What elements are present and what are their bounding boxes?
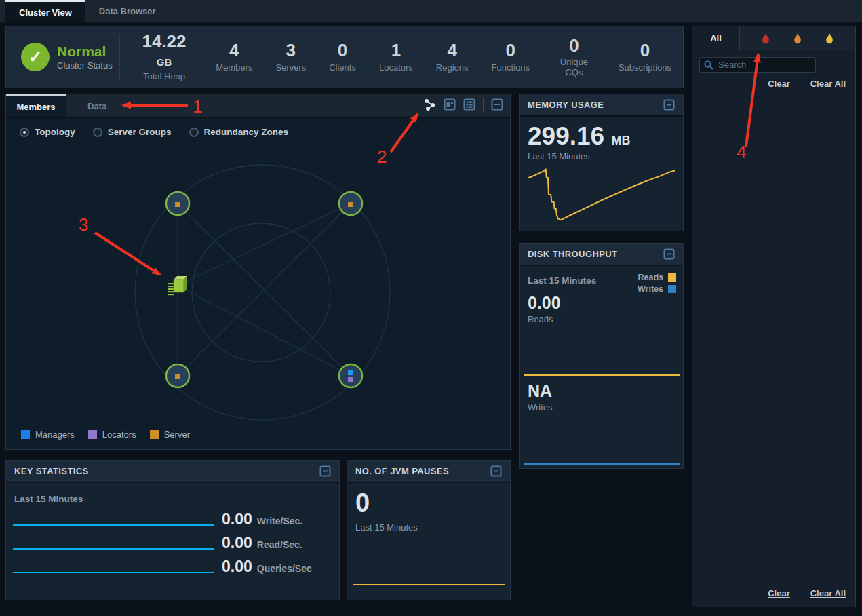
key-statistics-title: KEY STATISTICS: [14, 466, 89, 476]
topology-legend: Managers Locators Server: [21, 429, 190, 440]
topology-graph[interactable]: [6, 118, 511, 427]
locators-swatch: [88, 430, 97, 439]
server-swatch: [150, 430, 159, 439]
stat-locators: 1 Locators: [368, 41, 425, 72]
collapse-members-panel-icon[interactable]: [491, 98, 503, 113]
jvm-pauses-widget: NO. OF JVM PAUSES 0 Last 15 Minutes: [347, 460, 511, 600]
app-tab-bar: Cluster View Data Browser: [0, 0, 862, 22]
memory-sparkline: [529, 169, 675, 220]
stat-subscriptions: 0 Subscriptions: [607, 41, 683, 72]
alerts-clear-links-top: Clear Clear All: [702, 79, 846, 89]
members-panel-tabbar: Members Data: [6, 94, 510, 118]
disk-reads-line-chart: [524, 374, 680, 376]
cluster-status-header: ✓ Normal Cluster Status 14.22 GB Total H…: [5, 26, 684, 88]
topology-edge: [178, 204, 351, 286]
legend-locators: Locators: [88, 429, 136, 440]
disk-writes-value: NA: [528, 383, 553, 400]
member-node[interactable]: [339, 364, 362, 387]
member-role-square: [348, 377, 353, 382]
toolbar-separator: [483, 98, 484, 113]
disk-throughput-title: DISK THROUGHPUT: [528, 249, 617, 259]
cluster-status-value: Normal: [57, 43, 113, 59]
stat-regions: 4 Regions: [425, 41, 480, 72]
severe-flame-icon[interactable]: [761, 33, 770, 44]
clear-all-link[interactable]: Clear All: [810, 588, 846, 598]
alerts-clear-links-bottom: Clear Clear All: [692, 588, 846, 598]
disk-legend: Reads Writes: [638, 273, 676, 296]
collapse-disk-icon[interactable]: [663, 248, 675, 260]
host-machine-icon[interactable]: [168, 276, 187, 295]
query-rate: 0.00 Queries/Sec: [222, 558, 312, 576]
alerts-tabbar: All: [692, 26, 855, 50]
member-role-square: [348, 370, 353, 375]
legend-server: Server: [150, 429, 190, 440]
alerts-sidebar: All: [692, 26, 856, 607]
members-panel: Members Data: [5, 94, 511, 450]
stat-members: 4 Members: [204, 41, 264, 72]
stat-servers: 3 Servers: [264, 41, 317, 72]
managers-swatch: [21, 430, 30, 439]
memory-usage-widget: MEMORY USAGE 299.16 MB Last 15 Minutes: [519, 94, 684, 231]
member-role-square: [175, 202, 180, 207]
disk-reads-value: 0.00: [528, 294, 561, 311]
tab-cluster-view[interactable]: Cluster View: [5, 0, 85, 22]
stat-label: Total Heap: [136, 71, 193, 81]
memory-unit: MB: [611, 134, 630, 147]
header-divider: [119, 34, 120, 80]
disk-subtitle: Last 15 Minutes: [528, 275, 596, 286]
search-icon: [703, 60, 714, 73]
disk-writes-block: NA Writes: [528, 383, 553, 412]
queries-line-chart: [13, 572, 214, 573]
memory-subtitle: Last 15 Minutes: [528, 151, 675, 161]
clear-link[interactable]: Clear: [768, 588, 790, 598]
reads-line-chart: [13, 548, 214, 550]
cluster-status-block: ✓ Normal Cluster Status: [6, 43, 119, 71]
reads-swatch: [668, 273, 676, 282]
member-role-square: [348, 202, 353, 207]
disk-reads-block: 0.00 Reads: [528, 294, 561, 324]
clear-link[interactable]: Clear: [768, 79, 790, 89]
error-flame-icon[interactable]: [793, 33, 802, 44]
grid-small-view-icon[interactable]: [444, 98, 456, 113]
stat-value: 14.22: [142, 31, 186, 52]
memory-sparkline-chart: [528, 166, 676, 222]
key-statistics-widget: KEY STATISTICS Last 15 Minutes 0.00 Writ…: [5, 460, 340, 600]
tab-all-alerts[interactable]: All: [692, 26, 740, 50]
warning-flame-icon[interactable]: [825, 33, 834, 44]
writes-swatch: [668, 285, 676, 293]
stat-clients: 0 Clients: [317, 41, 368, 72]
write-rate: 0.00 Write/Sec.: [222, 510, 302, 528]
clear-all-link[interactable]: Clear All: [810, 79, 846, 89]
tab-data-browser[interactable]: Data Browser: [85, 0, 170, 22]
topology-view-icon[interactable]: [423, 98, 436, 114]
alerts-search-input[interactable]: [699, 57, 816, 73]
read-rate: 0.00 Read/Sec.: [222, 534, 302, 552]
writes-line-chart: [13, 524, 214, 526]
stat-total-heap: 14.22 GB Total Heap: [124, 33, 204, 82]
stat-unit: GB: [157, 56, 172, 68]
tab-data[interactable]: Data: [66, 94, 128, 117]
stat-functions: 0 Functions: [480, 41, 541, 72]
stat-unique-cqs: 0 Unique CQs: [541, 37, 607, 77]
keystats-subtitle: Last 15 Minutes: [14, 494, 83, 504]
jvm-pauses-line-chart: [353, 584, 505, 585]
tab-members[interactable]: Members: [6, 94, 66, 117]
collapse-jvm-icon[interactable]: [490, 465, 502, 477]
check-icon: ✓: [21, 43, 50, 71]
member-role-square: [175, 374, 180, 379]
memory-value: 299.16: [528, 122, 604, 150]
collapse-memory-icon[interactable]: [663, 99, 675, 111]
jvm-pauses-title: NO. OF JVM PAUSES: [355, 466, 449, 476]
cluster-stats-row: 14.22 GB Total Heap 4 Members 3 Servers …: [124, 33, 683, 82]
disk-throughput-widget: DISK THROUGHPUT Last 15 Minutes Reads Wr…: [519, 243, 684, 469]
grid-detail-view-icon[interactable]: [463, 98, 475, 113]
disk-writes-line-chart: [524, 463, 680, 465]
legend-managers: Managers: [21, 429, 75, 440]
memory-usage-title: MEMORY USAGE: [528, 100, 604, 110]
cluster-status-label: Cluster Status: [57, 60, 113, 71]
jvm-pauses-value: 0: [355, 488, 370, 518]
collapse-keystats-icon[interactable]: [319, 465, 331, 477]
jvm-pauses-subtitle: Last 15 Minutes: [355, 522, 418, 533]
